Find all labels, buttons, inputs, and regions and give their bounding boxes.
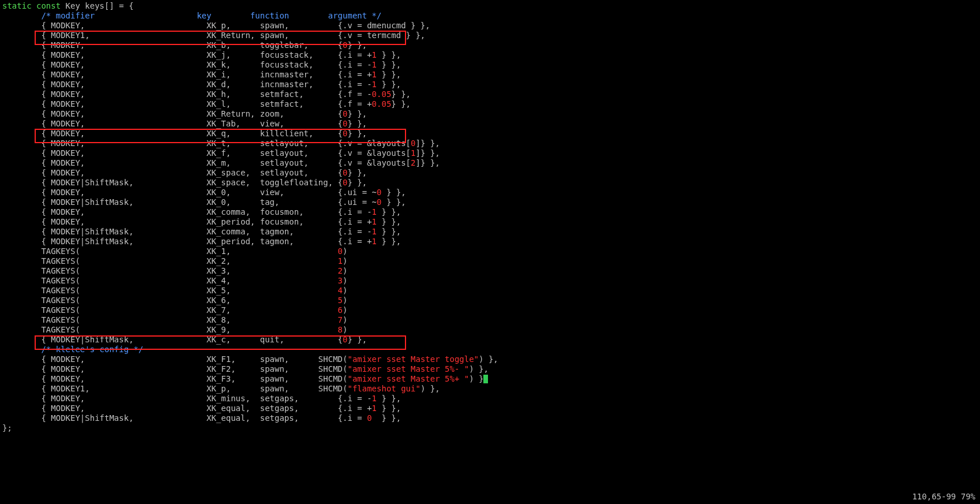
code-editor-view[interactable]: static const Key keys[] = { /* modifier … [0, 0, 980, 433]
vim-status-bar: 110,65-99 79% [912, 492, 975, 502]
text-cursor [483, 375, 488, 383]
